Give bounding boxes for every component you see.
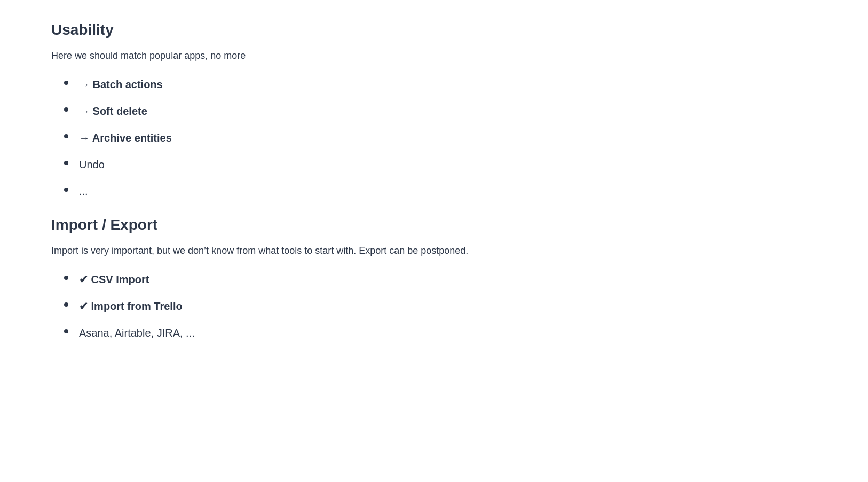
item-text-batch-actions: → Batch actions — [79, 76, 163, 92]
bullet-dot — [64, 107, 68, 112]
item-text-archive-entities: → Archive entities — [79, 130, 172, 146]
bullet-dot — [64, 134, 68, 138]
bullet-dot — [64, 276, 68, 280]
bullet-dot — [64, 161, 68, 165]
item-text-import-trello: ✔ Import from Trello — [79, 298, 183, 314]
list-item: → Archive entities — [64, 130, 817, 146]
bullet-dot — [64, 302, 68, 307]
list-item: → Batch actions — [64, 76, 817, 92]
list-item: ✔ CSV Import — [64, 271, 817, 287]
usability-description: Here we should match popular apps, no mo… — [51, 48, 817, 64]
list-item: ... — [64, 183, 817, 199]
list-item: ✔ Import from Trello — [64, 298, 817, 314]
usability-list: → Batch actions→ Soft delete→ Archive en… — [64, 76, 817, 199]
import-export-section: Import / Export Import is very important… — [51, 216, 817, 341]
usability-title: Usability — [51, 21, 817, 38]
import-export-title: Import / Export — [51, 216, 817, 234]
usability-section: Usability Here we should match popular a… — [51, 21, 817, 199]
bullet-dot — [64, 329, 68, 333]
list-item: Undo — [64, 157, 817, 173]
list-item: → Soft delete — [64, 103, 817, 119]
import-export-list: ✔ CSV Import✔ Import from TrelloAsana, A… — [64, 271, 817, 341]
item-text-csv-import: ✔ CSV Import — [79, 271, 149, 287]
item-text-asana-airtable: Asana, Airtable, JIRA, ... — [79, 325, 195, 341]
bullet-dot — [64, 188, 68, 192]
item-text-soft-delete: → Soft delete — [79, 103, 147, 119]
item-text-ellipsis: ... — [79, 183, 88, 199]
item-text-undo: Undo — [79, 157, 105, 173]
bullet-dot — [64, 81, 68, 85]
list-item: Asana, Airtable, JIRA, ... — [64, 325, 817, 341]
import-export-description: Import is very important, but we don’t k… — [51, 243, 817, 259]
